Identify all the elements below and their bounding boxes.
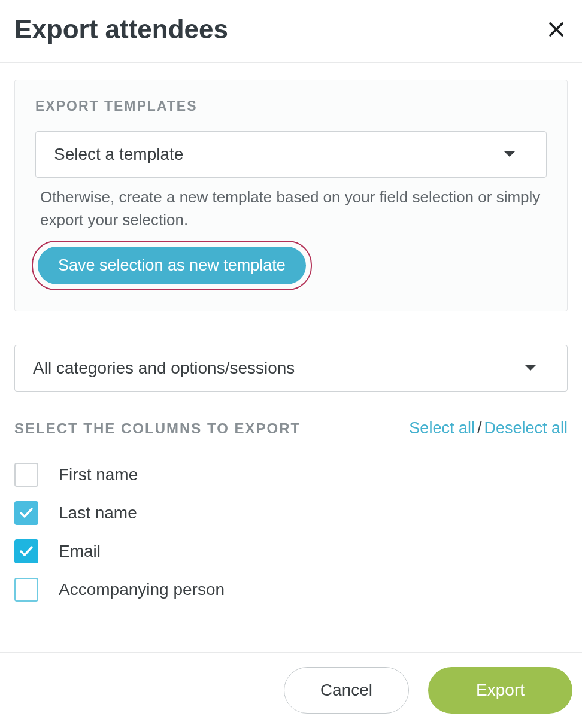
- dialog-footer: Cancel Export: [0, 652, 582, 728]
- close-icon[interactable]: [545, 18, 568, 41]
- checkbox-accompanying-person[interactable]: [14, 578, 38, 602]
- columns-header: SELECT THE COLUMNS TO EXPORT Select all/…: [14, 419, 568, 438]
- checkbox-label: Email: [59, 542, 101, 561]
- column-row-accompanying-person: Accompanying person: [14, 578, 568, 602]
- checkbox-label: Last name: [59, 503, 137, 523]
- checkbox-label: Accompanying person: [59, 580, 225, 599]
- checkbox-first-name[interactable]: [14, 463, 38, 487]
- select-all-link[interactable]: Select all: [409, 419, 475, 437]
- category-select[interactable]: All categories and options/sessions: [14, 345, 568, 392]
- checkbox-label: First name: [59, 465, 138, 484]
- save-selection-as-template-button[interactable]: Save selection as new template: [38, 247, 306, 284]
- category-select-value: All categories and options/sessions: [33, 359, 295, 378]
- save-template-highlight: Save selection as new template: [32, 241, 312, 290]
- separator: /: [477, 419, 482, 437]
- check-icon: [19, 507, 34, 519]
- dialog-header: Export attendees: [0, 0, 582, 63]
- checkbox-email[interactable]: [14, 539, 38, 563]
- deselect-all-link[interactable]: Deselect all: [484, 419, 568, 437]
- select-link-group: Select all/Deselect all: [409, 419, 568, 438]
- export-templates-heading: EXPORT TEMPLATES: [35, 98, 547, 114]
- columns-checkbox-list: First name Last name Email Accompanying …: [14, 463, 568, 602]
- template-select-wrap: Select a template: [35, 131, 547, 178]
- template-helper-text: Otherwise, create a new template based o…: [35, 186, 547, 231]
- cancel-button[interactable]: Cancel: [284, 667, 409, 714]
- column-row-first-name: First name: [14, 463, 568, 487]
- checkbox-last-name[interactable]: [14, 501, 38, 525]
- category-select-wrap: All categories and options/sessions: [14, 345, 568, 392]
- caret-down-icon: [524, 364, 537, 372]
- export-templates-panel: EXPORT TEMPLATES Select a template Other…: [14, 80, 568, 311]
- export-button[interactable]: Export: [428, 667, 572, 714]
- template-select[interactable]: Select a template: [35, 131, 547, 178]
- check-icon: [19, 545, 34, 557]
- template-select-value: Select a template: [54, 145, 183, 164]
- dialog-title: Export attendees: [14, 14, 228, 44]
- dialog-body: EXPORT TEMPLATES Select a template Other…: [0, 63, 582, 602]
- column-row-email: Email: [14, 539, 568, 563]
- column-row-last-name: Last name: [14, 501, 568, 525]
- columns-heading: SELECT THE COLUMNS TO EXPORT: [14, 420, 301, 437]
- caret-down-icon: [503, 150, 516, 159]
